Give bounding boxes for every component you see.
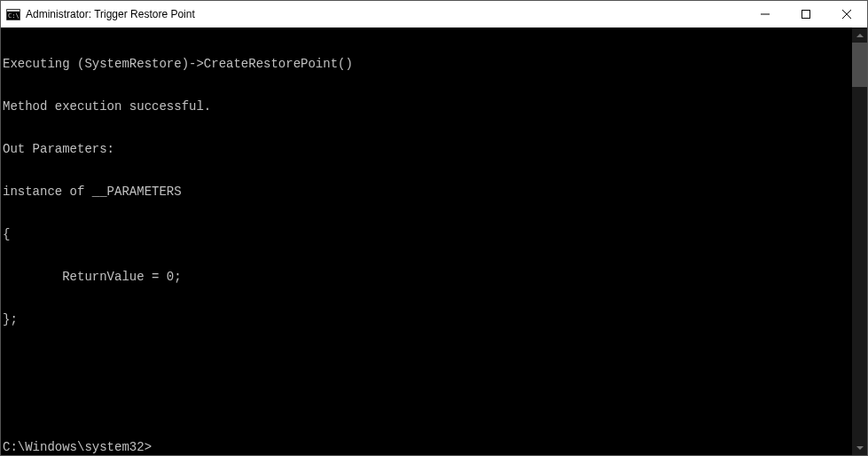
vertical-scrollbar[interactable] [852,28,867,455]
cursor [152,440,159,453]
minimize-button[interactable] [745,1,786,28]
cmd-window: C:\ Administrator: Trigger Restore Point… [0,0,868,456]
scroll-thumb[interactable] [852,43,867,87]
output-line: Executing (SystemRestore)->CreateRestore… [3,57,850,71]
scroll-up-arrow[interactable] [852,28,867,43]
maximize-button[interactable] [786,1,826,28]
output-line: Out Parameters: [3,142,850,156]
prompt-text: C:\Windows\system32> [3,440,152,454]
prompt-line: C:\Windows\system32> [3,440,850,454]
svg-rect-4 [802,11,810,19]
output-line: }; [3,312,850,326]
close-button[interactable] [826,1,867,28]
output-line [3,397,850,412]
console-area: Executing (SystemRestore)->CreateRestore… [1,28,867,455]
output-line: { [3,227,850,241]
output-line: Method execution successful. [3,99,850,114]
window-title: Administrator: Trigger Restore Point [26,8,745,20]
cmd-icon: C:\ [6,8,20,20]
scroll-down-arrow[interactable] [852,440,867,455]
output-line: ReturnValue = 0; [3,270,850,284]
output-line: instance of __PARAMETERS [3,185,850,199]
svg-text:C:\: C:\ [8,12,20,20]
svg-marker-8 [856,446,864,450]
console-output[interactable]: Executing (SystemRestore)->CreateRestore… [1,28,852,455]
window-controls [745,1,867,28]
output-line [3,355,850,369]
svg-marker-7 [856,34,864,37]
svg-rect-1 [7,10,20,12]
titlebar[interactable]: C:\ Administrator: Trigger Restore Point [1,1,867,28]
